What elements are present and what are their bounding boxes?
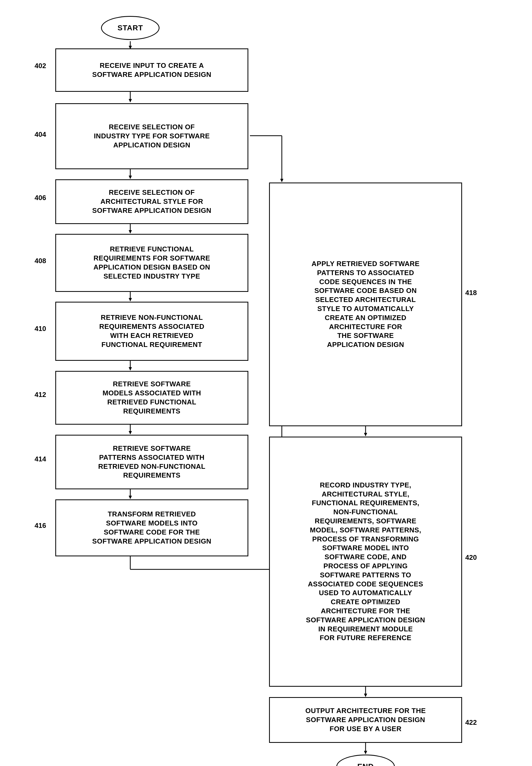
- diagram-container: START 402 RECEIVE INPUT TO CREATE ASOFTW…: [0, 0, 532, 766]
- box-416: TRANSFORM RETRIEVEDSOFTWARE MODELS INTOS…: [55, 500, 248, 556]
- end-oval: END: [336, 755, 395, 766]
- box-422-text: OUTPUT ARCHITECTURE FOR THESOFTWARE APPL…: [305, 706, 426, 733]
- box-404-text: RECEIVE SELECTION OFINDUSTRY TYPE FOR SO…: [94, 123, 210, 149]
- box-404: RECEIVE SELECTION OFINDUSTRY TYPE FOR SO…: [55, 103, 248, 169]
- box-416-text: TRANSFORM RETRIEVEDSOFTWARE MODELS INTOS…: [92, 510, 211, 546]
- svg-marker-13: [129, 431, 132, 435]
- box-420-text: RECORD INDUSTRY TYPE,ARCHITECTURAL STYLE…: [306, 481, 425, 643]
- label-420: 420: [465, 554, 477, 562]
- start-label: START: [118, 24, 143, 32]
- svg-marker-11: [129, 367, 132, 370]
- box-414-text: RETRIEVE SOFTWAREPATTERNS ASSOCIATED WIT…: [98, 444, 205, 480]
- box-414: RETRIEVE SOFTWAREPATTERNS ASSOCIATED WIT…: [55, 435, 248, 489]
- box-412-text: RETRIEVE SOFTWAREMODELS ASSOCIATED WITHR…: [103, 380, 201, 416]
- label-406: 406: [35, 194, 46, 202]
- svg-marker-26: [364, 694, 367, 697]
- end-label: END: [357, 762, 374, 766]
- svg-marker-22: [280, 179, 283, 182]
- svg-marker-15: [129, 496, 132, 499]
- box-422: OUTPUT ARCHITECTURE FOR THESOFTWARE APPL…: [269, 697, 462, 743]
- box-410-text: RETRIEVE NON-FUNCTIONALREQUIREMENTS ASSO…: [99, 313, 204, 349]
- box-418: APPLY RETRIEVED SOFTWAREPATTERNS TO ASSO…: [269, 182, 462, 426]
- box-406-text: RECEIVE SELECTION OFARCHITECTURAL STYLE …: [92, 188, 211, 215]
- svg-marker-28: [364, 751, 367, 754]
- box-402-text: RECEIVE INPUT TO CREATE ASOFTWARE APPLIC…: [92, 61, 211, 79]
- svg-marker-5: [129, 176, 132, 179]
- label-408: 408: [35, 257, 46, 265]
- box-408-text: RETRIEVE FUNCTIONALREQUIREMENTS FOR SOFT…: [93, 245, 210, 281]
- label-404: 404: [35, 130, 46, 139]
- label-422: 422: [465, 718, 477, 727]
- box-418-text: APPLY RETRIEVED SOFTWAREPATTERNS TO ASSO…: [312, 259, 420, 349]
- box-420: RECORD INDUSTRY TYPE,ARCHITECTURAL STYLE…: [269, 437, 462, 687]
- label-410: 410: [35, 324, 46, 333]
- svg-marker-9: [129, 298, 132, 301]
- label-418: 418: [465, 289, 477, 297]
- start-oval: START: [101, 16, 160, 40]
- box-402: RECEIVE INPUT TO CREATE ASOFTWARE APPLIC…: [55, 48, 248, 92]
- svg-marker-7: [129, 230, 132, 234]
- box-408: RETRIEVE FUNCTIONALREQUIREMENTS FOR SOFT…: [55, 234, 248, 292]
- box-412: RETRIEVE SOFTWAREMODELS ASSOCIATED WITHR…: [55, 371, 248, 425]
- label-416: 416: [35, 522, 46, 530]
- box-406: RECEIVE SELECTION OFARCHITECTURAL STYLE …: [55, 179, 248, 224]
- svg-marker-3: [129, 99, 132, 102]
- label-412: 412: [35, 391, 46, 399]
- box-410: RETRIEVE NON-FUNCTIONALREQUIREMENTS ASSO…: [55, 302, 248, 361]
- svg-marker-24: [364, 433, 367, 436]
- label-402: 402: [35, 62, 46, 70]
- label-414: 414: [35, 455, 46, 463]
